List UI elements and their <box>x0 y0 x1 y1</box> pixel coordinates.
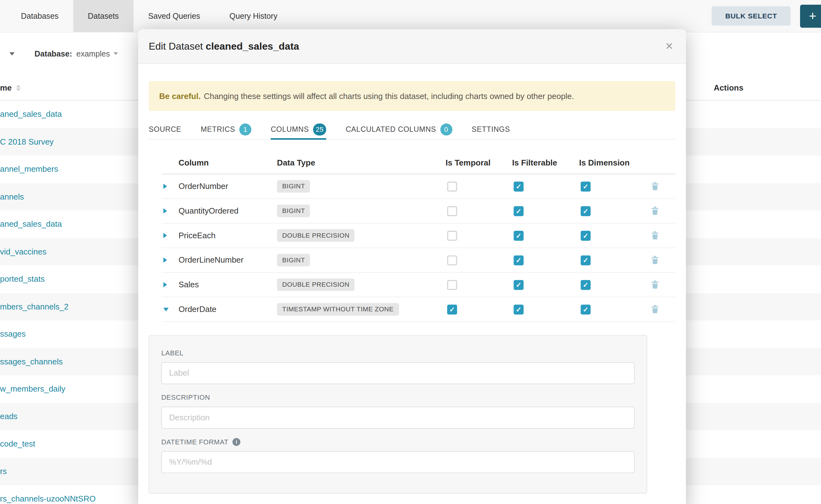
close-icon[interactable]: ✕ <box>665 41 674 51</box>
data-type-pill: BIGINT <box>277 205 310 217</box>
modal-title: Edit Dataset cleaned_sales_data <box>149 41 299 52</box>
column-name: OrderNumber <box>179 182 277 191</box>
database-filter-value[interactable]: examples <box>76 49 110 58</box>
bulk-select-button[interactable]: BULK SELECT <box>712 6 791 26</box>
is-temporal-checkbox[interactable]: ✓ <box>447 304 457 314</box>
data-type-pill: TIMESTAMP WITHOUT TIME ZONE <box>277 303 399 315</box>
expand-caret-icon[interactable] <box>163 184 167 189</box>
tab-label: COLUMNS <box>271 125 309 134</box>
warning-banner: Be careful. Changing these settings will… <box>149 81 675 111</box>
is-filterable-checkbox[interactable]: ✓ <box>514 181 524 191</box>
label-field-label-text: LABEL <box>161 349 183 357</box>
delete-icon[interactable] <box>651 280 667 289</box>
is-temporal-checkbox[interactable] <box>447 206 457 216</box>
expand-caret-icon[interactable] <box>163 208 167 214</box>
is-temporal-checkbox[interactable] <box>447 255 457 265</box>
dataset-link[interactable]: ported_stats <box>0 274 45 284</box>
column-header-name[interactable]: me <box>0 83 12 92</box>
col-header-column: Column <box>179 158 277 167</box>
modal-header: Edit Dataset cleaned_sales_data ✕ <box>138 29 686 64</box>
col-header-data-type: Data Type <box>277 158 446 167</box>
modal-tabs: SOURCE METRICS 1 COLUMNS 25 CALCULATED C… <box>149 119 675 140</box>
expand-caret-icon[interactable] <box>163 233 167 238</box>
dataset-link[interactable]: aned_sales_data <box>0 110 62 119</box>
delete-icon[interactable] <box>651 256 667 264</box>
expand-caret-icon[interactable] <box>163 282 167 287</box>
table-row: OrderLineNumber BIGINT ✓ ✓ <box>162 248 675 273</box>
is-temporal-checkbox[interactable] <box>447 230 457 240</box>
column-header-actions: Actions <box>714 83 743 92</box>
sort-icon[interactable] <box>17 85 21 91</box>
expand-caret-icon[interactable] <box>163 258 167 263</box>
description-field-label: DESCRIPTION <box>161 393 635 401</box>
is-filterable-checkbox[interactable]: ✓ <box>514 280 524 290</box>
modal-body: Be careful. Changing these settings will… <box>138 81 686 494</box>
column-name: Sales <box>179 280 277 289</box>
dataset-link[interactable]: rs <box>0 467 7 476</box>
datetime-format-label-text: DATETIME FORMAT <box>161 438 228 446</box>
dataset-link[interactable]: aned_sales_data <box>0 220 62 229</box>
chevron-down-icon[interactable] <box>9 52 15 55</box>
dataset-link[interactable]: annels <box>0 192 24 201</box>
dataset-link[interactable]: C 2018 Survey <box>0 137 54 146</box>
dataset-link[interactable]: rs_channels-uzooNNtSRO <box>0 494 96 504</box>
dataset-link[interactable]: eads <box>0 412 17 421</box>
column-name: QuantityOrdered <box>179 206 277 215</box>
datetime-format-field-label: DATETIME FORMAT i <box>161 438 635 446</box>
app: Databases Datasets Saved Queries Query H… <box>0 0 821 504</box>
data-type-pill: DOUBLE PRECISION <box>277 229 355 242</box>
column-detail-panel: LABEL DESCRIPTION DATETIME FORMAT i <box>149 335 647 494</box>
tab-metrics[interactable]: METRICS 1 <box>200 119 251 139</box>
is-dimension-checkbox[interactable]: ✓ <box>581 280 591 290</box>
collapse-caret-icon[interactable] <box>163 308 169 311</box>
nav-datasets[interactable]: Datasets <box>73 0 133 32</box>
columns-count-badge: 25 <box>313 123 326 136</box>
tab-columns[interactable]: COLUMNS 25 <box>271 119 326 139</box>
dataset-link[interactable]: annel_members <box>0 165 58 174</box>
is-temporal-checkbox[interactable] <box>447 181 457 191</box>
table-row: Sales DOUBLE PRECISION ✓ ✓ <box>162 273 675 297</box>
is-filterable-checkbox[interactable]: ✓ <box>514 230 524 240</box>
col-header-is-dimension: Is Dimension <box>579 158 651 167</box>
data-type-pill: DOUBLE PRECISION <box>277 279 355 291</box>
chevron-down-icon <box>114 52 118 55</box>
label-input[interactable] <box>161 362 635 384</box>
is-dimension-checkbox[interactable]: ✓ <box>581 304 591 314</box>
warning-text: Changing these settings will affect all … <box>204 91 574 101</box>
tab-calculated-columns[interactable]: CALCULATED COLUMNS 0 <box>345 119 452 139</box>
add-dataset-button[interactable]: + <box>800 4 821 27</box>
columns-table-header: Column Data Type Is Temporal Is Filterab… <box>162 152 675 174</box>
dataset-link[interactable]: code_test <box>0 439 35 449</box>
nav-saved-queries[interactable]: Saved Queries <box>133 0 215 32</box>
data-type-pill: BIGINT <box>277 180 310 193</box>
delete-icon[interactable] <box>651 305 667 314</box>
is-dimension-checkbox[interactable]: ✓ <box>581 230 591 240</box>
is-filterable-checkbox[interactable]: ✓ <box>514 304 524 314</box>
description-field-label-text: DESCRIPTION <box>161 393 210 401</box>
delete-icon[interactable] <box>651 231 667 240</box>
column-name: OrderDate <box>179 304 277 314</box>
dataset-link[interactable]: w_members_daily <box>0 384 65 394</box>
description-input[interactable] <box>161 407 635 428</box>
is-filterable-checkbox[interactable]: ✓ <box>514 206 524 216</box>
datetime-format-input[interactable] <box>161 451 635 473</box>
tab-settings[interactable]: SETTINGS <box>472 119 510 139</box>
is-dimension-checkbox[interactable]: ✓ <box>581 255 591 265</box>
delete-icon[interactable] <box>651 207 667 215</box>
is-filterable-checkbox[interactable]: ✓ <box>514 255 524 265</box>
nav-query-history[interactable]: Query History <box>215 0 292 32</box>
dataset-link[interactable]: ssages_channels <box>0 357 63 366</box>
dataset-link[interactable]: mbers_channels_2 <box>0 302 69 311</box>
dataset-link[interactable]: vid_vaccines <box>0 247 47 256</box>
is-dimension-checkbox[interactable]: ✓ <box>581 181 591 191</box>
metrics-count-badge: 1 <box>239 123 251 136</box>
table-row: QuantityOrdered BIGINT ✓ ✓ <box>162 199 675 224</box>
is-dimension-checkbox[interactable]: ✓ <box>581 206 591 216</box>
dataset-link[interactable]: ssages <box>0 329 26 339</box>
delete-icon[interactable] <box>651 182 667 190</box>
tab-source[interactable]: SOURCE <box>149 119 181 139</box>
nav-databases[interactable]: Databases <box>6 0 73 32</box>
is-temporal-checkbox[interactable] <box>447 280 457 290</box>
info-icon[interactable]: i <box>233 438 240 446</box>
database-filter-label: Database: <box>35 49 72 58</box>
